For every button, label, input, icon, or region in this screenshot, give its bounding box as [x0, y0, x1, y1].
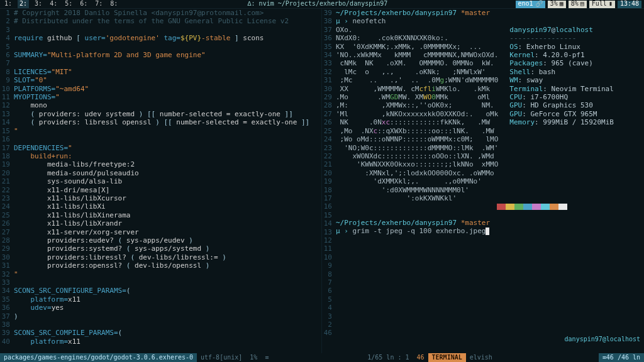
- status-mode: TERMINAL: [428, 353, 466, 362]
- code-line: # Copyright 2018 Danilo Spinella <danysp…: [14, 9, 321, 17]
- term-cmd: μ › neofetch: [336, 17, 644, 25]
- code-line: [14, 321, 321, 329]
- neofetch-output: OXo. NXdX0: .cok0KXNNXXK0ko:. KX '0XdKMM…: [336, 26, 644, 203]
- workspace-8[interactable]: 8:: [108, 0, 119, 8]
- color-swatches: [497, 204, 644, 210]
- term-line: [336, 311, 644, 319]
- code-line: platform=x11: [14, 337, 321, 346]
- code-line: ": [14, 127, 321, 135]
- term-line: [336, 278, 644, 286]
- term-line: [336, 210, 644, 218]
- left-buffer[interactable]: 1 2 3 4 5 6 7 8 9 10 11 12 13 14 15 16 1…: [0, 9, 322, 353]
- code-line: providers:libressl? ( dev-libs/libressl:…: [14, 253, 321, 261]
- status-position: 1/65 ln : 1: [364, 353, 413, 362]
- status-rightnum: 46: [413, 353, 428, 362]
- workspace-list: 1:2:3:4:5:6:7:8:: [0, 0, 122, 8]
- right-gutter: 39 38 37 36 35 34 33 32 31 30 29 28 27 2…: [322, 9, 336, 353]
- code-line: [14, 43, 321, 51]
- term-line: [336, 236, 644, 244]
- code-line: platform=x11: [14, 295, 321, 304]
- code-line: udev=yes: [14, 304, 321, 312]
- mem-icon: ▤: [580, 0, 584, 8]
- term-cmd-current[interactable]: μ › grim -t jpeg -q 100 exherbo.jpeg: [336, 227, 644, 235]
- term-line: [336, 320, 644, 328]
- net-indicator: eno1 🔗: [516, 1, 545, 8]
- code-line: media-sound/pulseaudio: [14, 169, 321, 177]
- code-line: [14, 135, 321, 143]
- term-line: [336, 269, 644, 277]
- code-line: x11-libs/libXi: [14, 202, 321, 211]
- code-line: ): [14, 312, 321, 321]
- workspace-3[interactable]: 3:: [33, 0, 44, 8]
- term-line: [336, 252, 644, 260]
- link-icon: 🔗: [535, 0, 543, 8]
- code-line: x11-server/xorg-server: [14, 228, 321, 236]
- window-title: ∆: nvim ~/Projects/exherbo/danyspin97: [122, 0, 513, 8]
- code-line: SCONS_SRC_COMPILE_PARAMS=(: [14, 329, 321, 337]
- code-line: media-libs/freetype:2: [14, 160, 321, 168]
- right-user-host: danyspin97@localhost: [565, 336, 640, 343]
- right-terminal[interactable]: 39 38 37 36 35 34 33 32 31 30 29 28 27 2…: [322, 9, 644, 353]
- workspace-7[interactable]: 7:: [93, 0, 104, 8]
- code-line: ( providers: libressl openssl ) [[ numbe…: [14, 118, 321, 126]
- code-line: MYOPTIONS=": [14, 93, 321, 101]
- status-encoding: utf-8[unix]: [197, 353, 246, 362]
- code-line: SCONS_SRC_CONFIGURE_PARAMS=(: [14, 287, 321, 295]
- workspace-2[interactable]: 2:: [18, 0, 29, 8]
- workspace-1[interactable]: 1:: [3, 0, 14, 8]
- right-term[interactable]: ~/Projects/exherbo/danyspin97 *masterμ ›…: [336, 9, 644, 353]
- tray: eno1 🔗 3% ▦ 8% ▤ Full ▮ 13:48: [513, 1, 644, 8]
- mem-indicator: 8% ▤: [569, 1, 587, 8]
- code-line: # Distributed under the terms of the GNU…: [14, 17, 321, 25]
- workspace-4[interactable]: 4:: [48, 0, 59, 8]
- code-line: providers:eudev? ( sys-apps/eudev ): [14, 236, 321, 244]
- clock: 13:48: [618, 1, 641, 8]
- term-line: [336, 294, 644, 302]
- cpu-indicator: 3% ▦: [548, 1, 566, 8]
- code-line: LICENCES="MIT": [14, 68, 321, 76]
- code-line: DEPENDENCIES=": [14, 144, 321, 152]
- code-line: providers:openssl? ( dev-libs/openssl ): [14, 261, 321, 270]
- editor-split: 1 2 3 4 5 6 7 8 9 10 11 12 13 14 15 16 1…: [0, 9, 644, 353]
- code-line: PLATFORMS="~amd64": [14, 85, 321, 93]
- status-file: packages/games-engines/godot/godot-3.0.6…: [0, 353, 197, 362]
- code-line: x11-libs/libXrandr: [14, 219, 321, 228]
- statusline: packages/games-engines/godot/godot-3.0.6…: [0, 353, 644, 362]
- workspace-6[interactable]: 6:: [78, 0, 89, 8]
- sway-bar: 1:2:3:4:5:6:7:8: ∆: nvim ~/Projects/exhe…: [0, 0, 644, 9]
- code-line: [14, 278, 321, 287]
- code-line: require github [ user='godotengine' tag=…: [14, 34, 321, 42]
- code-line: ": [14, 270, 321, 278]
- term-line: [336, 261, 644, 269]
- term-line: [336, 286, 644, 294]
- left-gutter: 1 2 3 4 5 6 7 8 9 10 11 12 13 14 15 16 1…: [0, 9, 14, 353]
- code-line: SLOT="0": [14, 76, 321, 84]
- status-spacer: ≡: [261, 353, 364, 362]
- cpu-icon: ▦: [560, 0, 564, 8]
- battery-icon: ▮: [609, 0, 613, 8]
- term-line: [336, 244, 644, 252]
- term-cwd: ~/Projects/exherbo/danyspin97 *master: [336, 9, 644, 17]
- term-line: [336, 303, 644, 311]
- workspace-5[interactable]: 5:: [63, 0, 74, 8]
- code-line: ( providers: udev systemd ) [[ number-se…: [14, 110, 321, 118]
- code-line: x11-libs/libXinerama: [14, 211, 321, 219]
- status-shell: elvish: [466, 353, 496, 362]
- left-code[interactable]: # Copyright 2018 Danilo Spinella <danysp…: [14, 9, 321, 353]
- status-percent: 1%: [246, 353, 261, 362]
- code-line: x11-dri/mesa[X]: [14, 186, 321, 194]
- term-cwd: ~/Projects/exherbo/danyspin97 *master: [336, 219, 644, 227]
- code-line: SUMMARY="Multi-platform 2D and 3D game e…: [14, 51, 321, 59]
- code-line: x11-libs/libXcursor: [14, 194, 321, 202]
- code-line: mono: [14, 101, 321, 109]
- code-line: [14, 59, 321, 67]
- status-spacer2: [496, 353, 599, 362]
- battery-indicator: Full ▮: [589, 1, 615, 8]
- code-line: sys-sound/alsa-lib: [14, 177, 321, 185]
- status-ruler: ≡ 46 /46 ln: [599, 353, 644, 362]
- code-line: build+run:: [14, 152, 321, 160]
- code-line: [14, 26, 321, 34]
- code-line: providers:systemd? ( sys-apps/systemd ): [14, 244, 321, 253]
